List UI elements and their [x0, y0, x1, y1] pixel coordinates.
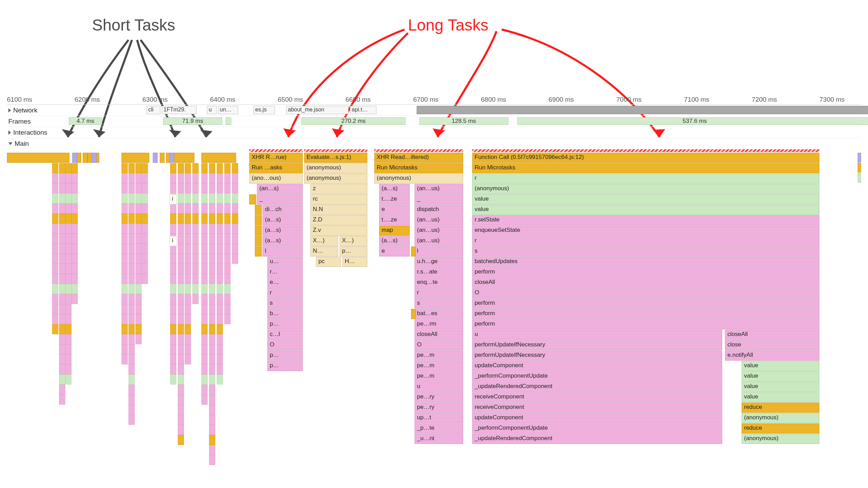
flame-cell[interactable] — [201, 375, 208, 385]
flame-cell[interactable] — [52, 294, 58, 304]
flame-cell[interactable] — [185, 224, 191, 234]
flame-cell[interactable]: z — [310, 184, 367, 194]
flame-cell[interactable] — [142, 183, 148, 193]
flame-cell[interactable]: X…) — [310, 236, 338, 246]
flame-cell[interactable]: i — [169, 236, 177, 246]
flame-cell[interactable]: _ — [257, 194, 303, 204]
flame-cell[interactable] — [135, 264, 142, 274]
flame-chart[interactable]: ii XHR R…rue)Run …asks(ano…ous)(an…s)_di… — [7, 149, 861, 462]
flame-cell[interactable] — [209, 183, 215, 193]
flame-cell[interactable] — [122, 354, 128, 364]
flame-cell[interactable] — [128, 294, 135, 304]
flame-cell[interactable] — [192, 274, 199, 284]
flame-cell[interactable] — [142, 224, 148, 234]
chevron-right-icon[interactable] — [8, 131, 11, 135]
flame-cell[interactable] — [224, 163, 231, 173]
flame-cell[interactable] — [122, 203, 128, 213]
flame-cell[interactable] — [142, 213, 148, 224]
flame-cell[interactable] — [224, 213, 231, 224]
flame-cell[interactable] — [209, 334, 215, 344]
flame-cell[interactable] — [170, 213, 176, 224]
flame-cell[interactable] — [170, 264, 176, 274]
flame-cell[interactable] — [135, 173, 142, 183]
flame-cell[interactable] — [142, 244, 148, 254]
flame-cell[interactable] — [65, 284, 72, 294]
flame-cell[interactable]: X…) — [340, 236, 367, 246]
flame-cell[interactable] — [65, 294, 72, 304]
flame-cell[interactable] — [122, 304, 128, 314]
flame-cell[interactable] — [209, 244, 215, 254]
flame-cell[interactable] — [65, 334, 72, 344]
flame-cell[interactable]: (an…us) — [415, 226, 463, 236]
flame-cell[interactable] — [178, 193, 184, 203]
flame-cell[interactable] — [170, 163, 176, 173]
flame-cell[interactable] — [224, 203, 231, 213]
flame-cell[interactable] — [201, 274, 208, 284]
flame-cell[interactable]: pe…m — [415, 361, 463, 371]
network-request[interactable]: un… — [218, 106, 238, 114]
flame-cell[interactable] — [232, 254, 238, 264]
flame-cell[interactable] — [178, 334, 184, 344]
flame-cell[interactable] — [192, 203, 199, 213]
flame-cell[interactable] — [128, 173, 135, 183]
flame-cell[interactable] — [122, 173, 128, 183]
flame-cell[interactable] — [128, 375, 135, 385]
flame-cell[interactable] — [135, 304, 142, 314]
flame-cell[interactable]: _updateRenderedComponent — [472, 382, 722, 392]
flame-cell[interactable] — [255, 226, 262, 236]
flame-cell[interactable] — [65, 183, 72, 193]
frame-bar[interactable]: 71.9 ms — [163, 117, 222, 125]
flame-cell[interactable] — [52, 304, 58, 314]
flame-cell[interactable] — [135, 244, 142, 254]
flame-cell[interactable] — [201, 314, 208, 324]
flame-cell[interactable] — [142, 203, 148, 213]
flame-cell[interactable] — [59, 354, 65, 364]
flame-cell[interactable]: bat…es — [415, 309, 463, 319]
flame-cell[interactable] — [52, 314, 58, 324]
flame-cell[interactable] — [192, 213, 199, 224]
flame-cell[interactable] — [224, 183, 231, 193]
flame-cell[interactable] — [59, 385, 65, 395]
flame-cell[interactable]: rc — [310, 194, 367, 204]
flame-cell[interactable] — [142, 264, 148, 274]
flame-cell[interactable] — [201, 153, 236, 163]
flame-cell[interactable] — [201, 254, 208, 264]
flame-cell[interactable] — [178, 163, 184, 173]
flame-cell[interactable] — [59, 395, 65, 405]
flame-cell[interactable] — [217, 224, 223, 234]
flame-cell[interactable] — [224, 294, 231, 304]
flame-cell[interactable] — [72, 183, 78, 193]
flame-cell[interactable] — [170, 324, 176, 334]
flame-cell[interactable] — [59, 213, 65, 224]
flame-cell[interactable] — [65, 324, 72, 334]
flame-cell[interactable] — [52, 203, 58, 213]
flame-cell[interactable]: pe…m — [415, 371, 463, 381]
flame-cell[interactable]: pe…ry — [415, 392, 463, 402]
flame-cell[interactable] — [178, 314, 184, 324]
flame-cell[interactable]: _u…nt — [415, 434, 463, 444]
flame-cell[interactable]: (a…s) — [379, 236, 410, 246]
flame-cell[interactable]: di…ch — [262, 205, 303, 215]
flame-cell[interactable]: (a…s) — [262, 236, 303, 246]
flame-cell[interactable]: r — [415, 288, 463, 298]
flame-cell[interactable] — [72, 294, 78, 304]
flame-cell[interactable]: r — [472, 174, 819, 184]
flame-cell[interactable] — [255, 236, 262, 246]
flame-cell[interactable] — [224, 314, 231, 324]
flame-cell[interactable]: b… — [267, 309, 303, 319]
flame-cell[interactable]: value — [472, 194, 819, 204]
flame-cell[interactable] — [224, 264, 231, 274]
flame-cell[interactable] — [65, 244, 72, 254]
flame-cell[interactable]: pe…ry — [415, 403, 463, 413]
flame-cell[interactable] — [169, 153, 174, 163]
flame-cell[interactable]: r… — [267, 267, 303, 277]
flame-cell[interactable]: _performComponentUpdate — [472, 423, 722, 434]
flame-cell[interactable]: pc — [316, 257, 341, 267]
flame-cell[interactable]: p… — [267, 361, 303, 371]
flame-cell[interactable] — [65, 314, 72, 324]
flame-cell[interactable] — [232, 203, 238, 213]
flame-cell[interactable] — [122, 244, 128, 254]
flame-cell[interactable]: (ano…ous) — [249, 174, 303, 184]
flame-cell[interactable]: (anonymous) — [304, 174, 367, 184]
flame-cell[interactable] — [178, 415, 184, 425]
